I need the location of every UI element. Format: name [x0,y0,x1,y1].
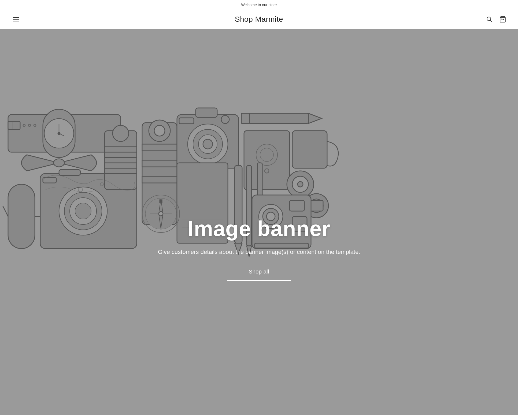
site-header: Shop Marmite [0,10,518,29]
svg-rect-36 [142,160,177,167]
svg-rect-31 [105,158,137,163]
search-button[interactable] [485,15,494,24]
svg-text:N: N [160,199,162,203]
banner-subtitle: Give customers details about the banner … [158,248,360,256]
header-left [11,15,21,24]
svg-rect-35 [142,144,177,151]
svg-point-46 [221,115,229,123]
svg-rect-41 [196,108,217,117]
svg-rect-26 [59,170,80,175]
svg-point-39 [154,125,165,136]
cart-button[interactable] [498,15,507,24]
header-right [485,15,507,24]
svg-rect-28 [43,178,56,183]
shop-all-button[interactable]: Shop all [227,263,291,281]
site-title[interactable]: Shop Marmite [235,15,283,23]
svg-point-45 [203,139,213,149]
banner-title: Image banner [188,216,330,241]
announcement-bar: Welcome to our store [0,0,518,10]
header-center: Shop Marmite [235,15,283,24]
svg-rect-47 [179,118,194,124]
announcement-text: Welcome to our store [241,3,277,7]
svg-point-77 [298,182,303,187]
svg-point-0 [487,17,491,21]
svg-line-1 [490,20,492,22]
svg-rect-55 [292,131,327,168]
hamburger-icon [12,16,20,22]
svg-point-15 [54,159,64,167]
hamburger-menu-button[interactable] [11,15,21,24]
search-icon [486,16,493,23]
hero-banner: N [0,29,518,415]
svg-rect-50 [241,113,249,123]
svg-rect-30 [105,147,137,152]
svg-rect-32 [105,168,137,174]
svg-rect-10 [8,121,20,129]
svg-rect-16 [8,184,35,249]
svg-rect-48 [241,113,308,123]
svg-point-25 [75,203,91,219]
cart-icon [499,16,506,23]
banner-content: Image banner Give customers details abou… [153,206,366,291]
svg-rect-37 [142,176,177,183]
svg-point-33 [113,125,129,141]
